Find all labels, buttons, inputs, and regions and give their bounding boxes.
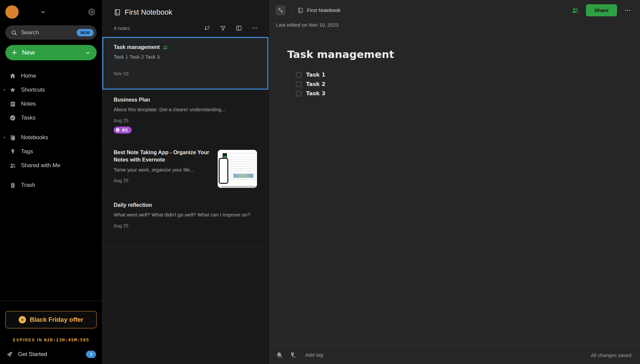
get-started-badge: 7 bbox=[86, 351, 96, 358]
note-card-task-management[interactable]: Task management Task 1 Task 2 Task 3 Nov… bbox=[102, 37, 268, 90]
sidebar-item-label: Shared with Me bbox=[21, 162, 60, 169]
bolt-icon bbox=[19, 316, 26, 323]
expand-caret-icon[interactable] bbox=[3, 88, 6, 92]
avatar[interactable] bbox=[5, 5, 19, 19]
editor-header: First Notebook Share bbox=[269, 0, 640, 16]
search-input[interactable]: Search NEW bbox=[5, 25, 97, 40]
breadcrumb-label: First Notebook bbox=[307, 7, 341, 13]
sidebar-item-tags[interactable]: Tags bbox=[0, 145, 102, 159]
sidebar-item-home[interactable]: Home bbox=[0, 69, 102, 83]
more-icon[interactable] bbox=[251, 25, 258, 32]
task-label[interactable]: Task 2 bbox=[306, 81, 325, 87]
checklist-badge-icon bbox=[115, 128, 120, 132]
account-row bbox=[0, 0, 102, 21]
note-card-title: Task management bbox=[114, 44, 160, 51]
plus-icon bbox=[11, 49, 18, 56]
note-card-date: Aug 25 bbox=[114, 223, 257, 228]
save-status: All changes saved bbox=[591, 352, 631, 358]
black-friday-offer-button[interactable]: Black Friday offer bbox=[5, 311, 97, 328]
get-started-button[interactable]: Get Started 7 bbox=[6, 351, 96, 358]
filter-icon[interactable] bbox=[220, 25, 226, 32]
note-card-business-plan[interactable]: Business Plan About this template: Get a… bbox=[102, 90, 268, 142]
editor-footer: All changes saved bbox=[269, 346, 640, 364]
task-label[interactable]: Task 3 bbox=[306, 90, 325, 97]
sidebar-item-label: Home bbox=[21, 73, 36, 79]
trash-icon bbox=[9, 182, 16, 188]
sidebar-item-label: Shortcuts bbox=[21, 87, 45, 93]
note-count: 4 notes bbox=[114, 25, 204, 31]
sidebar-item-label: Tags bbox=[21, 148, 33, 155]
sort-icon[interactable] bbox=[204, 25, 211, 32]
note-card-date: Aug 25 bbox=[114, 118, 257, 123]
note-cards-list: Task management Task 1 Task 2 Task 3 Nov… bbox=[102, 37, 268, 364]
sidebar-item-notes[interactable]: Notes bbox=[0, 97, 102, 111]
note-card-snippet: Tame your work, organize your life... bbox=[114, 166, 214, 174]
sidebar-footer: Black Friday offer EXPIRES IN 02D:13H:45… bbox=[0, 301, 102, 364]
note-card-daily-reflection[interactable]: Daily reflection What went well? What di… bbox=[102, 195, 268, 247]
sidebar-item-trash[interactable]: Trash bbox=[0, 178, 102, 192]
people-icon bbox=[9, 162, 16, 169]
search-icon bbox=[11, 29, 17, 36]
note-card-title: Business Plan bbox=[114, 96, 150, 104]
breadcrumb-notebook[interactable]: First Notebook bbox=[297, 7, 341, 14]
star-icon bbox=[9, 87, 16, 93]
rocket-icon bbox=[6, 351, 13, 358]
task-row: Task 1 bbox=[296, 72, 627, 78]
notes-icon bbox=[9, 101, 16, 107]
add-tag-input[interactable] bbox=[305, 352, 591, 358]
note-card-snippet: About this template: Get a clearer under… bbox=[114, 106, 254, 114]
note-card-date: Aug 25 bbox=[114, 178, 214, 183]
note-thumbnail bbox=[218, 150, 257, 188]
gear-icon[interactable] bbox=[88, 8, 95, 16]
sidebar: Search NEW New Home Shortcuts bbox=[0, 0, 102, 364]
note-content: Task management Task 1 Task 2 Task 3 bbox=[269, 34, 640, 346]
search-new-badge: NEW bbox=[77, 29, 94, 36]
notes-list-panel: First Notebook 4 notes Task management bbox=[102, 0, 269, 364]
note-card-snippet: What went well? What didn't go well? Wha… bbox=[114, 211, 254, 219]
tasks-icon bbox=[9, 115, 16, 121]
note-more-icon[interactable] bbox=[624, 7, 631, 14]
task-progress-badge: 0/1 bbox=[114, 127, 132, 134]
tag-add-icon[interactable] bbox=[289, 352, 296, 359]
note-card-title: Daily reflection bbox=[114, 201, 152, 209]
new-chevron-icon[interactable] bbox=[85, 50, 91, 56]
task-row: Task 3 bbox=[296, 90, 627, 97]
sidebar-item-label: Trash bbox=[21, 182, 35, 188]
get-started-label: Get Started bbox=[18, 351, 47, 358]
note-title[interactable]: Task management bbox=[287, 48, 627, 60]
share-button[interactable]: Share bbox=[586, 4, 617, 16]
task-row: Task 2 bbox=[296, 81, 627, 87]
task-checkbox[interactable] bbox=[296, 82, 301, 87]
new-note-button[interactable]: New bbox=[5, 45, 97, 60]
note-shared-icon[interactable] bbox=[571, 7, 579, 14]
sidebar-item-label: Notes bbox=[21, 101, 36, 107]
expand-note-button[interactable] bbox=[276, 5, 286, 15]
sidebar-item-notebooks[interactable]: Notebooks bbox=[0, 131, 102, 145]
task-checkbox[interactable] bbox=[296, 91, 301, 96]
sidebar-nav: Home Shortcuts Notes Tasks Notebooks bbox=[0, 69, 102, 192]
sidebar-item-shared-with-me[interactable]: Shared with Me bbox=[0, 159, 102, 173]
home-icon bbox=[9, 73, 16, 79]
sidebar-item-tasks[interactable]: Tasks bbox=[0, 111, 102, 125]
note-card-title: Best Note Taking App - Organize Your Not… bbox=[114, 149, 214, 164]
search-placeholder: Search bbox=[21, 29, 73, 36]
account-chevron-icon[interactable] bbox=[40, 9, 46, 15]
note-card-snippet: Task 1 Task 2 Task 3 bbox=[114, 53, 254, 61]
note-card-best-note-taking-app[interactable]: Best Note Taking App - Organize Your Not… bbox=[102, 142, 268, 195]
notebooks-icon bbox=[9, 135, 16, 141]
expand-caret-icon[interactable] bbox=[3, 136, 6, 139]
notes-list-header: First Notebook 4 notes bbox=[102, 0, 268, 37]
sidebar-item-shortcuts[interactable]: Shortcuts bbox=[0, 83, 102, 97]
task-checklist: Task 1 Task 2 Task 3 bbox=[287, 72, 627, 97]
task-checkbox[interactable] bbox=[296, 72, 301, 78]
task-label[interactable]: Task 1 bbox=[306, 72, 325, 78]
notebook-icon bbox=[297, 7, 304, 14]
view-options-icon[interactable] bbox=[235, 25, 242, 32]
sidebar-item-label: Notebooks bbox=[21, 134, 48, 141]
reminder-add-icon[interactable] bbox=[276, 352, 283, 359]
last-edited-status: Last edited on Nov 10, 2023 bbox=[269, 16, 640, 34]
tag-icon bbox=[9, 149, 16, 155]
app-window: Search NEW New Home Shortcuts bbox=[0, 0, 640, 364]
note-editor-panel: First Notebook Share Last edited on Nov … bbox=[269, 0, 640, 364]
offer-countdown: EXPIRES IN 02D:13H:45M:58S bbox=[5, 337, 97, 342]
